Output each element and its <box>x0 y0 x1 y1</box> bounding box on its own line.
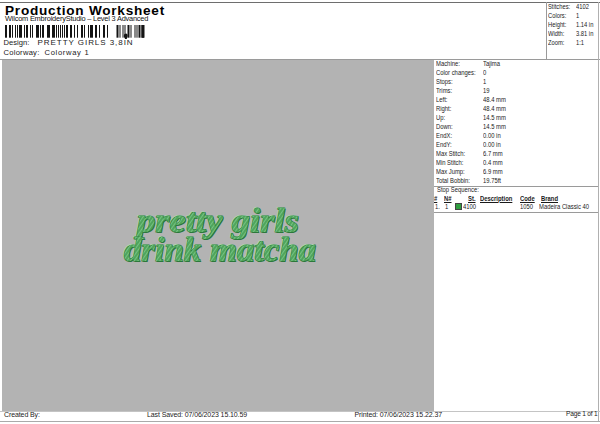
svg-text:drink matcha: drink matcha <box>124 231 316 268</box>
